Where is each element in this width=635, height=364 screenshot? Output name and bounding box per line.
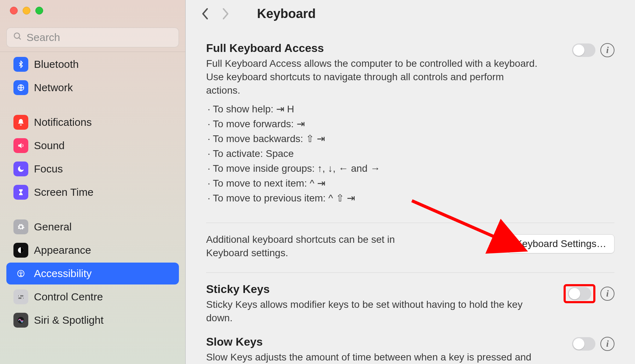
sidebar-item-label: Accessibility: [34, 268, 92, 280]
sidebar-item-label: Control Centre: [34, 291, 103, 303]
sidebar-item-label: Screen Time: [34, 186, 93, 198]
sidebar-item-control-centre[interactable]: Control Centre: [6, 286, 179, 308]
sidebar-item-notifications[interactable]: Notifications: [6, 111, 179, 133]
page-title: Keyboard: [257, 6, 316, 21]
sidebar-item-screen-time[interactable]: Screen Time: [6, 181, 179, 203]
slow-keys-toggle[interactable]: [572, 337, 595, 351]
sidebar-item-network[interactable]: Network: [6, 77, 179, 99]
extra-shortcuts-text: Additional keyboard shortcuts can be set…: [206, 233, 425, 260]
svg-line-1: [19, 37, 21, 39]
window-traffic-lights: [0, 0, 185, 21]
sidebar-item-sound[interactable]: Sound: [6, 135, 179, 157]
shortcut-line: To move to next item: ^ ⇥: [206, 176, 565, 191]
forward-button[interactable]: [220, 8, 231, 19]
divider: [206, 272, 614, 273]
svg-point-5: [21, 271, 22, 272]
shortcut-line: To move inside groups: ↑, ↓, ← and →: [206, 161, 565, 176]
fka-desc: Full Keyboard Access allows the computer…: [206, 57, 538, 97]
shortcut-line: To activate: Space: [206, 146, 565, 161]
hourglass-icon: [13, 185, 28, 200]
sidebar-nav: BluetoothNetworkNotificationsSoundFocusS…: [0, 52, 185, 364]
bt-icon: [13, 57, 28, 72]
sidebar-item-siri-spotlight[interactable]: Siri & Spotlight: [6, 309, 179, 331]
globe-icon: [13, 80, 28, 95]
shortcut-line: To move backwards: ⇧ ⇥: [206, 131, 565, 146]
content-header: Keyboard: [186, 0, 635, 28]
close-window-button[interactable]: [10, 7, 18, 14]
sidebar-item-label: Sound: [34, 140, 65, 152]
sidebar-item-label: General: [34, 221, 72, 233]
divider: [206, 223, 614, 223]
accessibility-icon: [13, 266, 28, 281]
shortcut-line: To move forwards: ⇥: [206, 117, 565, 131]
sidebar-item-label: Notifications: [34, 116, 92, 128]
sidebar-item-focus[interactable]: Focus: [6, 158, 179, 180]
sound-icon: [13, 138, 28, 153]
slow-keys-desc: Slow Keys adjusts the amount of time bet…: [206, 351, 538, 364]
sidebar-item-label: Siri & Spotlight: [34, 314, 104, 326]
sidebar-item-label: Focus: [34, 163, 63, 175]
sidebar-item-general[interactable]: General: [6, 216, 179, 238]
sticky-keys-title: Sticky Keys: [206, 283, 557, 296]
slow-keys-title: Slow Keys: [206, 335, 565, 348]
fka-title: Full Keyboard Access: [206, 42, 565, 55]
fka-info-button[interactable]: i: [600, 43, 614, 57]
sidebar-item-accessibility[interactable]: Accessibility: [6, 263, 179, 284]
fka-shortcuts-list: To show help: ⇥ HTo move forwards: ⇥To m…: [206, 102, 565, 206]
content-pane: Keyboard Full Keyboard Access Full Keybo…: [186, 0, 635, 364]
sidebar-item-label: Appearance: [34, 244, 91, 256]
sticky-keys-desc: Sticky Keys allows modifier keys to be s…: [206, 298, 538, 325]
sticky-keys-info-button[interactable]: i: [600, 287, 614, 301]
minimize-window-button[interactable]: [23, 7, 30, 14]
annotation-highlight-box: [564, 284, 595, 303]
fullscreen-window-button[interactable]: [35, 7, 43, 14]
back-button[interactable]: [200, 8, 210, 19]
slow-keys-info-button[interactable]: i: [600, 337, 614, 351]
sidebar-item-label: Bluetooth: [34, 58, 79, 70]
gear-icon: [13, 219, 28, 234]
search-icon: [13, 31, 22, 43]
svg-point-8: [19, 295, 21, 297]
bell-icon: [13, 115, 28, 130]
sidebar-item-label: Network: [34, 82, 73, 94]
siri-icon: [13, 313, 28, 328]
sticky-keys-toggle[interactable]: [568, 287, 591, 300]
moon-icon: [13, 162, 28, 176]
sidebar: Search BluetoothNetworkNotificationsSoun…: [0, 0, 186, 364]
shortcut-line: To show help: ⇥ H: [206, 102, 565, 117]
keyboard-settings-button[interactable]: Keyboard Settings…: [507, 234, 614, 253]
search-input[interactable]: Search: [6, 28, 179, 47]
appearance-icon: [13, 243, 28, 258]
search-placeholder: Search: [27, 31, 60, 43]
svg-point-0: [14, 33, 19, 38]
control-icon: [13, 289, 28, 304]
sidebar-item-appearance[interactable]: Appearance: [6, 239, 179, 261]
fka-toggle[interactable]: [572, 43, 595, 57]
svg-point-9: [22, 298, 23, 299]
shortcut-line: To move to previous item: ^ ⇧ ⇥: [206, 191, 565, 206]
sidebar-item-bluetooth[interactable]: Bluetooth: [6, 53, 179, 75]
